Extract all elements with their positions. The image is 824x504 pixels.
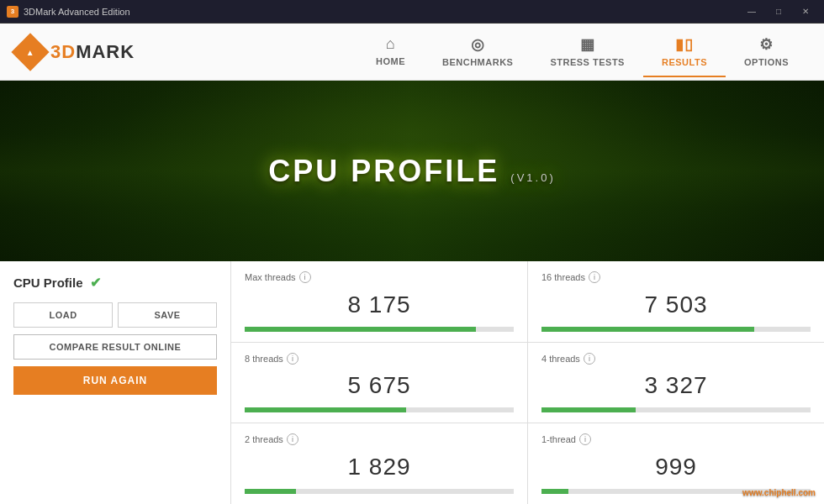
result-score-8-threads: 5 675 xyxy=(245,372,514,399)
progress-bar-4-threads xyxy=(541,407,811,412)
compare-button[interactable]: COMPARE RESULT ONLINE xyxy=(13,334,217,360)
info-icon-16-threads[interactable]: i xyxy=(589,271,600,283)
result-score-4-threads: 3 327 xyxy=(541,372,811,399)
save-button[interactable]: SAVE xyxy=(118,302,217,328)
result-cell-4-threads: 4 threads i 3 327 xyxy=(528,343,824,423)
logo-diamond: ▲ xyxy=(11,33,49,71)
result-label-max-threads: Max threads i xyxy=(245,271,514,283)
results-grid: Max threads i 8 175 16 threads i 7 503 8… xyxy=(231,261,824,504)
result-label-8-threads: 8 threads i xyxy=(245,353,514,365)
info-icon-4-threads[interactable]: i xyxy=(584,353,595,365)
nav-item-home[interactable]: ⌂HOME xyxy=(357,27,424,77)
stress-tests-label: STRESS TESTS xyxy=(550,57,625,67)
nav-item-options[interactable]: ⚙OPTIONS xyxy=(726,27,807,77)
left-panel: CPU Profile ✔ LOAD SAVE COMPARE RESULT O… xyxy=(0,261,231,504)
benchmarks-label: BENCHMARKS xyxy=(442,57,513,67)
progress-bar-8-threads xyxy=(245,407,514,412)
run-again-button[interactable]: RUN AGAIN xyxy=(13,366,217,395)
logo-3d: 3D xyxy=(50,41,76,62)
stress-tests-icon: ▦ xyxy=(580,35,595,54)
load-button[interactable]: LOAD xyxy=(13,302,113,328)
top-navigation: ▲ 3DMARK ⌂HOME◎BENCHMARKS▦STRESS TESTS▮▯… xyxy=(0,24,824,81)
app-title: 3DMark Advanced Edition xyxy=(24,7,130,17)
options-icon: ⚙ xyxy=(759,35,774,54)
result-cell-16-threads: 16 threads i 7 503 xyxy=(528,261,824,342)
hero-banner: CPU PROFILE (V1.0) xyxy=(0,81,824,261)
result-score-max-threads: 8 175 xyxy=(245,291,514,318)
progress-fill-1-thread xyxy=(541,489,568,494)
nav-item-benchmarks[interactable]: ◎BENCHMARKS xyxy=(424,27,531,77)
info-icon-8-threads[interactable]: i xyxy=(287,353,298,365)
result-cell-1-thread: 1-thread i 999 xyxy=(528,423,824,504)
info-icon-max-threads[interactable]: i xyxy=(299,271,311,283)
result-score-2-threads: 1 829 xyxy=(245,454,514,480)
titlebar: 3 3DMark Advanced Edition — □ ✕ xyxy=(0,0,824,24)
load-save-row: LOAD SAVE xyxy=(13,302,217,328)
info-icon-1-thread[interactable]: i xyxy=(579,433,591,445)
check-icon: ✔ xyxy=(90,275,101,291)
result-cell-2-threads: 2 threads i 1 829 xyxy=(231,423,527,504)
logo-icon: ▲ xyxy=(26,47,34,56)
nav-item-results[interactable]: ▮▯RESULTS xyxy=(643,27,726,77)
panel-title-text: CPU Profile xyxy=(13,276,83,290)
result-score-1-thread: 999 xyxy=(541,454,811,480)
results-icon: ▮▯ xyxy=(675,35,693,54)
result-label-2-threads: 2 threads i xyxy=(245,433,514,445)
progress-fill-2-threads xyxy=(245,489,296,494)
results-label: RESULTS xyxy=(662,57,707,67)
home-icon: ⌂ xyxy=(386,35,395,53)
progress-fill-4-threads xyxy=(541,407,636,412)
minimize-button[interactable]: — xyxy=(740,0,763,24)
titlebar-left: 3 3DMark Advanced Edition xyxy=(7,6,130,18)
benchmarks-icon: ◎ xyxy=(471,35,485,54)
options-label: OPTIONS xyxy=(744,57,789,67)
result-score-16-threads: 7 503 xyxy=(541,291,811,318)
nav-items: ⌂HOME◎BENCHMARKS▦STRESS TESTS▮▯RESULTS⚙O… xyxy=(357,27,807,77)
nav-item-stress-tests[interactable]: ▦STRESS TESTS xyxy=(531,27,643,77)
main-content: CPU Profile ✔ LOAD SAVE COMPARE RESULT O… xyxy=(0,261,824,504)
close-button[interactable]: ✕ xyxy=(794,0,817,24)
hero-center: CPU PROFILE (V1.0) xyxy=(268,154,555,189)
result-label-4-threads: 4 threads i xyxy=(541,353,811,365)
progress-bar-max-threads xyxy=(245,327,514,332)
progress-bar-1-thread xyxy=(541,489,811,494)
panel-title: CPU Profile ✔ xyxy=(13,275,217,291)
progress-bar-16-threads xyxy=(541,327,811,332)
progress-fill-max-threads xyxy=(245,327,476,332)
result-label-1-thread: 1-thread i xyxy=(541,433,811,445)
progress-fill-8-threads xyxy=(245,407,406,412)
result-label-16-threads: 16 threads i xyxy=(541,271,811,283)
logo-text: 3DMARK xyxy=(50,41,135,63)
logo: ▲ 3DMARK xyxy=(17,39,135,66)
titlebar-controls: — □ ✕ xyxy=(740,0,817,24)
home-label: HOME xyxy=(376,56,405,66)
maximize-button[interactable]: □ xyxy=(767,0,790,24)
hero-version: (V1.0) xyxy=(510,171,555,184)
progress-bar-2-threads xyxy=(245,489,514,494)
progress-fill-16-threads xyxy=(541,327,754,332)
result-cell-8-threads: 8 threads i 5 675 xyxy=(231,343,527,423)
app-icon: 3 xyxy=(7,6,18,18)
hero-title: CPU PROFILE (V1.0) xyxy=(268,154,555,189)
info-icon-2-threads[interactable]: i xyxy=(287,433,298,445)
result-cell-max-threads: Max threads i 8 175 xyxy=(231,261,527,342)
